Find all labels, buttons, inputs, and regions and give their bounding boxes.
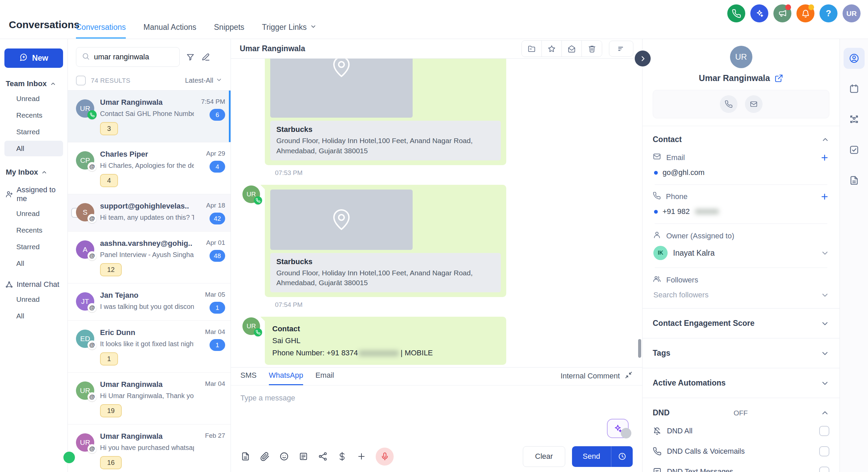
tab-snippets[interactable]: Snippets — [214, 23, 244, 39]
external-link-icon[interactable] — [774, 74, 783, 83]
rail-contact-icon[interactable] — [844, 48, 865, 69]
sort-dropdown[interactable]: Latest-All — [185, 76, 222, 85]
phone-header-icon[interactable] — [727, 4, 745, 22]
conversation-row[interactable]: JT@Jan TejanoI was talking but you got d… — [68, 283, 231, 321]
spark-header-icon[interactable] — [750, 4, 768, 22]
filter-funnel-icon[interactable] — [186, 53, 195, 62]
voice-record-button[interactable] — [376, 448, 394, 466]
conversation-row[interactable]: CP@Charles PiperHi Charles, Apologies fo… — [68, 142, 231, 194]
tab-manual-actions[interactable]: Manual Actions — [143, 23, 196, 39]
conversation-row[interactable]: S@support@gohighlevelas..Hi team, any up… — [68, 194, 231, 232]
archive-folder-icon[interactable] — [522, 41, 542, 57]
mark-unread-icon[interactable] — [562, 41, 582, 57]
add-phone-icon[interactable] — [820, 192, 829, 201]
sidebar-item-unread[interactable]: Unread — [4, 206, 63, 221]
timestamp: Mar 04 — [197, 328, 225, 336]
email-value[interactable]: go@ghl.com — [663, 168, 705, 177]
sidebar-item-unread[interactable]: Unread — [4, 91, 63, 106]
primary-dot — [654, 171, 658, 175]
sidebar-item-recents[interactable]: Recents — [4, 107, 63, 123]
add-email-icon[interactable] — [820, 153, 829, 162]
smile-toolbar-icon[interactable] — [279, 451, 289, 461]
conversation-row[interactable]: ED@Eric DunnIt looks like it got fixed l… — [68, 321, 231, 373]
sidebar-item-all[interactable]: All — [4, 141, 63, 156]
fileText-toolbar-icon[interactable] — [240, 451, 251, 461]
owner-value-row[interactable]: IK Inayat Kalra — [653, 242, 829, 267]
sidebar-section-team-inbox[interactable]: Team Inbox — [6, 79, 62, 88]
rail-journey-icon[interactable] — [844, 109, 865, 130]
followers-search[interactable]: Search followers — [653, 287, 829, 308]
clip-toolbar-icon[interactable] — [260, 451, 270, 461]
conversation-row[interactable]: A@aashna.varshney@gohig..Panel Interview… — [68, 232, 231, 283]
message-input[interactable] — [240, 394, 633, 433]
select-all-checkbox[interactable] — [76, 76, 86, 85]
call-button[interactable] — [720, 95, 737, 113]
conversation-row[interactable]: UR@Umar RanginwalaHi Umar Ranginwala, Th… — [68, 373, 231, 425]
email-button[interactable] — [745, 95, 763, 113]
phone-label: Phone — [666, 192, 688, 201]
phone-value[interactable]: +91 982 — [663, 207, 690, 216]
new-conversation-button[interactable]: New — [4, 48, 63, 68]
sidebar-item-assigned-to-me[interactable]: Assigned to me — [5, 185, 62, 203]
sidebar-item-starred[interactable]: Starred — [4, 239, 63, 255]
search-input[interactable] — [94, 53, 174, 61]
engagement-section[interactable]: Contact Engagement Score — [643, 308, 840, 338]
dnd-checkbox[interactable] — [819, 426, 829, 436]
map-preview[interactable] — [270, 59, 413, 118]
conversation-row[interactable]: UR@Umar RanginwalaHi you have purchased … — [68, 425, 231, 472]
dnd-checkbox[interactable] — [819, 446, 829, 456]
sidebar-item-recents[interactable]: Recents — [4, 222, 63, 238]
mega-header-icon[interactable] — [773, 4, 791, 22]
star-icon[interactable] — [542, 41, 562, 57]
tag-count-badge: 4 — [100, 174, 118, 187]
trash-icon[interactable] — [582, 41, 602, 57]
engagement-title: Contact Engagement Score — [653, 319, 754, 328]
sidebar-item-unread[interactable]: Unread — [4, 292, 63, 307]
conversation-row[interactable]: URUmar RanginwalaContact Sai GHL Phone N… — [68, 91, 231, 142]
clear-button[interactable]: Clear — [523, 446, 565, 467]
internal-comment-toggle[interactable]: Internal Comment — [560, 371, 633, 385]
dollar-toolbar-icon[interactable] — [337, 451, 347, 461]
rail-tasks-icon[interactable] — [844, 139, 865, 160]
sidebar-item-all[interactable]: All — [4, 308, 63, 324]
tag-count-badge: 1 — [100, 352, 118, 366]
dnd-checkbox[interactable] — [819, 467, 829, 472]
composer-tab-email[interactable]: Email — [315, 371, 334, 385]
share-toolbar-icon[interactable] — [318, 451, 328, 461]
tab-conversations[interactable]: Conversations — [76, 23, 126, 39]
schedule-send-button[interactable] — [611, 446, 633, 467]
search-icon — [82, 52, 90, 62]
phone-icon — [653, 192, 661, 202]
ai-assistant-button[interactable] — [607, 419, 629, 438]
owner-avatar: IK — [653, 246, 668, 260]
sidebar-item-starred[interactable]: Starred — [4, 124, 63, 140]
bell-header-icon[interactable] — [796, 4, 814, 22]
chevron-up-icon[interactable] — [821, 409, 829, 417]
item-label: Assigned to me — [17, 185, 62, 203]
filter-lines-icon[interactable] — [609, 41, 633, 57]
sort-label: Latest-All — [185, 77, 213, 84]
map-preview[interactable] — [270, 190, 413, 250]
snippet-toolbar-icon[interactable] — [298, 451, 309, 461]
automations-section[interactable]: Active Automations — [643, 368, 840, 398]
send-button[interactable]: Send — [572, 446, 633, 467]
composer-tab-sms[interactable]: SMS — [240, 371, 257, 385]
sidebar-section-my-inbox[interactable]: My Inbox — [6, 168, 62, 177]
sidebar-item-internal-chat[interactable]: Internal Chat — [5, 280, 62, 289]
sidebar-item-all[interactable]: All — [4, 256, 63, 271]
new-button-label: New — [32, 54, 48, 63]
help-header-icon[interactable]: ? — [820, 4, 837, 22]
contact-card-name: Sai GHL — [272, 335, 499, 347]
compose-icon[interactable] — [201, 53, 210, 62]
plus-toolbar-icon[interactable] — [356, 451, 367, 461]
tab-trigger-links[interactable]: Trigger Links — [262, 23, 317, 39]
rail-calendar-icon[interactable] — [844, 78, 865, 99]
collapse-contact-panel-button[interactable] — [635, 51, 651, 66]
tags-section[interactable]: Tags — [643, 338, 840, 368]
composer-tab-whatsapp[interactable]: WhatsApp — [269, 371, 303, 385]
chevron-up-icon[interactable] — [821, 136, 829, 144]
dnd-row: DND Text Messages — [653, 461, 829, 472]
avatar-header-icon[interactable]: UR — [843, 4, 861, 22]
chat-scrollbar[interactable] — [638, 339, 641, 358]
rail-notes-icon[interactable] — [844, 170, 865, 191]
